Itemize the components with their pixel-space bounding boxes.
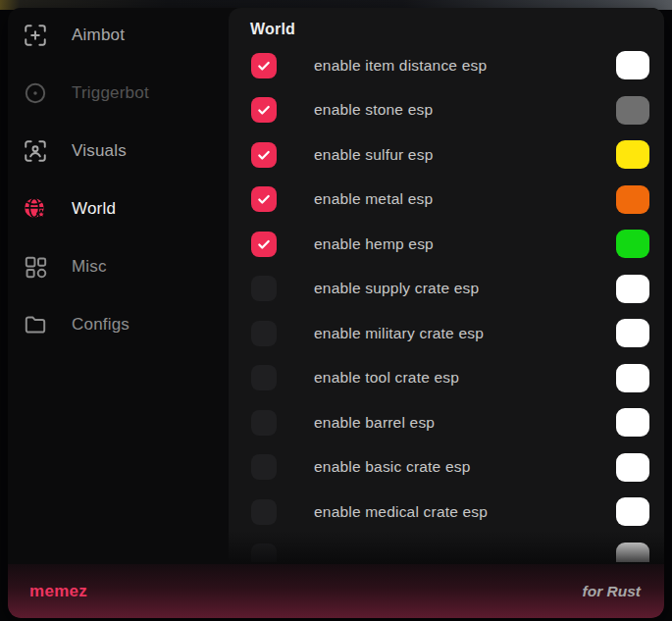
sidebar-item-visuals[interactable]: Visuals [22, 129, 229, 174]
grid-icon [22, 254, 48, 281]
setting-checkbox[interactable] [251, 410, 277, 436]
setting-label: enable stone esp [314, 101, 616, 119]
folder-icon [22, 312, 48, 338]
sidebar-item-triggerbot[interactable]: Triggerbot [22, 71, 229, 116]
setting-checkbox[interactable] [251, 499, 277, 525]
setting-checkbox[interactable] [251, 142, 277, 168]
setting-label: enable sulfur esp [314, 146, 616, 164]
color-swatch[interactable] [616, 275, 649, 303]
setting-label: enable medical crate esp [314, 503, 616, 521]
setting-label: enable basic crate esp [314, 458, 616, 476]
panel-title: World [250, 21, 664, 38]
setting-row-enable-barrel-esp: enable barrel esp [250, 400, 664, 445]
brand-edition: for Rust [583, 583, 641, 600]
setting-checkbox[interactable] [251, 543, 277, 562]
setting-row-enable-item-distance-esp: enable item distance esp [250, 43, 664, 88]
setting-checkbox[interactable] [251, 321, 277, 346]
setting-label: enable barrel esp [314, 414, 616, 432]
setting-checkbox[interactable] [251, 365, 277, 390]
setting-label: enable item distance esp [314, 57, 616, 75]
setting-row-enable-metal-esp: enable metal esp [250, 178, 664, 223]
setting-row-enable-military-crate-esp: enable military crate esp [250, 311, 664, 356]
color-swatch[interactable] [616, 185, 649, 214]
sidebar-item-misc[interactable]: Misc [22, 244, 229, 289]
setting-row-enable-basic-crate-esp: enable basic crate esp [250, 445, 664, 491]
color-swatch[interactable] [616, 230, 649, 258]
color-swatch[interactable] [616, 140, 649, 169]
color-swatch[interactable] [616, 497, 649, 526]
setting-checkbox[interactable] [251, 454, 277, 480]
color-swatch[interactable] [616, 543, 649, 562]
sidebar-item-world[interactable]: World [22, 186, 229, 232]
sidebar-item-label: Configs [72, 315, 129, 335]
world-panel: World enable item distance espenable sto… [229, 8, 664, 564]
menu-body: AimbotTriggerbotVisualsWorldMiscConfigs … [8, 8, 664, 564]
sidebar-item-label: World [72, 199, 116, 219]
setting-checkbox[interactable] [251, 53, 277, 78]
footer-bar: memez for Rust [8, 564, 664, 618]
setting-label: enable tool crate esp [314, 369, 616, 387]
setting-row-enable-sulfur-esp: enable sulfur esp [250, 132, 664, 178]
person-scan-icon [22, 138, 48, 165]
setting-checkbox[interactable] [251, 97, 277, 123]
setting-label: enable military crate esp [314, 325, 616, 342]
color-swatch[interactable] [616, 319, 649, 347]
sidebar-item-aimbot[interactable]: Aimbot [22, 13, 229, 58]
color-swatch[interactable] [616, 364, 649, 392]
color-swatch[interactable] [616, 453, 649, 482]
sidebar-item-label: Triggerbot [72, 83, 149, 103]
color-swatch[interactable] [616, 51, 649, 79]
setting-row-row [250, 535, 664, 563]
setting-row-enable-stone-esp: enable stone esp [250, 88, 664, 133]
setting-label: enable metal esp [314, 190, 616, 208]
sidebar-item-label: Aimbot [72, 26, 125, 45]
color-swatch[interactable] [616, 96, 649, 125]
setting-checkbox[interactable] [251, 232, 277, 257]
globe-icon [22, 196, 48, 223]
setting-row-enable-supply-crate-esp: enable supply crate esp [250, 267, 664, 312]
sidebar-item-label: Visuals [72, 141, 127, 161]
color-swatch[interactable] [616, 408, 649, 437]
setting-row-enable-medical-crate-esp: enable medical crate esp [250, 490, 664, 535]
scan-plus-icon [22, 23, 48, 49]
setting-label: enable supply crate esp [314, 280, 616, 297]
brand-name: memez [29, 582, 87, 601]
sidebar-item-label: Misc [72, 257, 107, 277]
cheat-menu-window: AimbotTriggerbotVisualsWorldMiscConfigs … [8, 8, 664, 618]
circle-dot-icon [22, 80, 48, 107]
setting-checkbox[interactable] [251, 186, 277, 212]
setting-row-enable-tool-crate-esp: enable tool crate esp [250, 356, 664, 401]
setting-label: enable hemp esp [314, 235, 616, 253]
settings-list[interactable]: enable item distance espenable stone esp… [250, 43, 664, 562]
sidebar-item-configs[interactable]: Configs [22, 302, 229, 347]
setting-checkbox[interactable] [251, 276, 277, 301]
setting-row-enable-hemp-esp: enable hemp esp [250, 222, 664, 267]
sidebar: AimbotTriggerbotVisualsWorldMiscConfigs [8, 8, 229, 564]
